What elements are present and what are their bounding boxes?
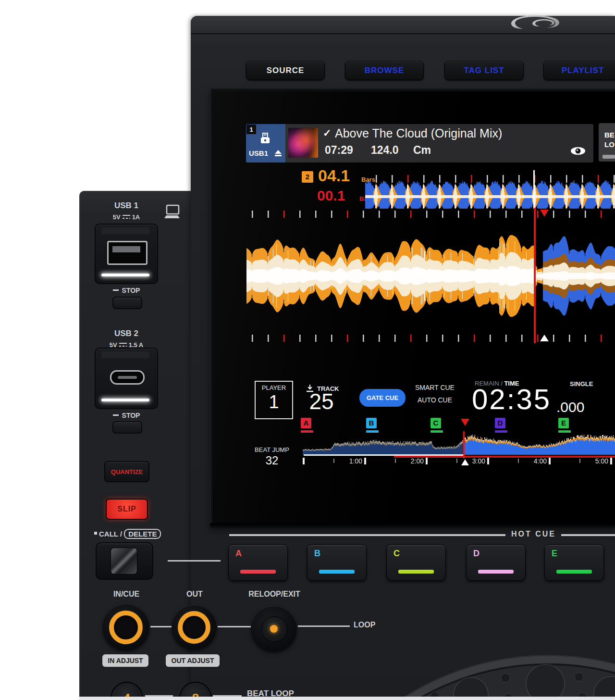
zoomed-beat-waveform — [365, 168, 615, 209]
timeline-label-5: 5:00 — [581, 457, 608, 465]
pad-a-bar — [240, 570, 276, 574]
main-playhead — [534, 208, 536, 343]
loop-out-button[interactable] — [172, 605, 217, 650]
playlist-button[interactable]: PLAYLIST — [543, 61, 615, 80]
timeline-label-4: 4:00 — [520, 457, 547, 465]
link-computer-icon — [162, 204, 182, 221]
bezel-bottom-shadow — [210, 523, 615, 529]
tag-list-button[interactable]: TAG LIST — [444, 61, 524, 80]
call-delete-button[interactable] — [96, 542, 153, 580]
track-bpm[interactable]: 124.0 — [371, 144, 399, 157]
screen-hotcue-e[interactable]: E — [558, 418, 569, 428]
pad-d-letter: D — [473, 549, 480, 559]
reloop-exit-button[interactable] — [251, 606, 297, 652]
clipped-panel-button — [603, 155, 615, 159]
hot-cue-pad-d[interactable]: D — [466, 544, 526, 581]
eye-icon[interactable] — [570, 146, 586, 156]
clipped-panel-line2: LO — [604, 140, 615, 149]
time-main-digits: 02:35 — [472, 383, 551, 416]
in-cue-label: IN/CUE — [103, 590, 149, 599]
call-knob — [111, 548, 137, 575]
pad-a-letter: A — [235, 549, 242, 559]
player-number-box: PLAYER 1 — [255, 381, 293, 419]
reloop-exit-label: RELOOP/EXIT — [243, 590, 306, 599]
usb1-volts: 5V — [113, 213, 121, 221]
overview-cue-position-icon — [461, 459, 469, 465]
cdj-player: SOURCE BROWSE TAG LIST PLAYLIST 1 USB1 ✓… — [0, 0, 615, 700]
usb2-port-label: USB 2 — [93, 329, 160, 338]
screen-hotcue-b[interactable]: B — [366, 418, 377, 428]
beat-jump-label: BEAT JUMP — [250, 446, 294, 453]
usb-a-port[interactable] — [95, 224, 158, 284]
pad-e-bar — [556, 570, 592, 574]
call-connector-line — [168, 560, 221, 562]
usb-drive-icon — [258, 132, 272, 144]
pad-b-letter: B — [314, 549, 320, 559]
overview-cue-e-dash — [558, 430, 571, 433]
overview-waveform-needle-strip[interactable] — [303, 434, 615, 455]
source-button[interactable]: SOURCE — [246, 61, 325, 80]
pad-d-bar — [478, 570, 514, 574]
gate-cue-button[interactable]: GATE CUE — [359, 389, 406, 407]
screen-hotcue-c[interactable]: C — [430, 418, 441, 428]
eject-icon[interactable] — [275, 150, 282, 156]
usb1-stop-button[interactable] — [112, 297, 142, 309]
beat-jump-value[interactable]: 32 — [250, 454, 294, 467]
out-label: OUT — [179, 590, 210, 599]
hot-cue-pad-b[interactable]: B — [307, 544, 367, 581]
out-adjust-badge: OUT ADJUST — [166, 654, 220, 667]
usb-c-port[interactable] — [95, 348, 158, 409]
reloop-led — [270, 625, 278, 633]
usb-c-receptacle — [110, 370, 145, 385]
track-title: Above The Cloud (Original Mix) — [335, 126, 502, 140]
overview-cue-a-dash — [301, 430, 313, 433]
call-delete-label: CALL / DELETE — [94, 530, 161, 538]
usb1-amps: 1A — [132, 213, 140, 221]
overview-cue-b-dash — [366, 430, 379, 433]
screen-hotcue-a[interactable]: A — [301, 418, 311, 428]
browse-button[interactable]: BROWSE — [345, 61, 424, 80]
track-duration: 07:29 — [325, 144, 353, 157]
call-label: CALL / — [99, 530, 122, 538]
pad-b-bar — [319, 570, 355, 574]
hot-cue-pad-c[interactable]: C — [386, 544, 446, 581]
usb2-stop-text: STOP — [122, 412, 140, 419]
usb2-stop-button[interactable] — [112, 421, 142, 434]
brand-swirl-logo — [505, 12, 564, 33]
pad-c-letter: C — [394, 549, 400, 559]
loop-line-2 — [218, 626, 251, 627]
hot-cue-pad-a[interactable]: A — [228, 544, 288, 581]
dc-icon — [119, 343, 127, 347]
dc-icon — [123, 215, 130, 219]
player-number: 1 — [256, 391, 292, 412]
usb1-stop-label: STOP — [93, 287, 160, 294]
player-slot-badge: 1 — [246, 125, 256, 134]
quantize-button[interactable]: QUANTIZE — [104, 461, 149, 482]
screen-hotcue-d[interactable]: D — [495, 418, 505, 428]
usb1-source-label: USB1 — [249, 149, 268, 157]
pad-e-letter: E — [552, 549, 557, 559]
usb1-port-label: USB 1 — [93, 201, 160, 211]
loop-label: LOOP — [354, 621, 375, 629]
slip-button[interactable]: SLIP — [106, 499, 148, 520]
auto-cue-label[interactable]: AUTO CUE — [408, 396, 461, 404]
time-milliseconds: .000 — [556, 399, 584, 415]
memory-cue-marker-icon — [461, 419, 469, 426]
track-loaded-check-icon: ✓ — [323, 127, 332, 139]
usb-a-receptacle — [107, 241, 148, 265]
loop-in-cue-button[interactable] — [102, 604, 149, 651]
single-mode-label[interactable]: SINGLE — [570, 380, 593, 388]
player-label: PLAYER — [256, 384, 292, 391]
bars-current: 00.1 — [317, 188, 345, 204]
cue-point-marker-icon — [540, 210, 549, 217]
usb2-led — [101, 399, 149, 401]
loop-line-3 — [298, 625, 350, 627]
hot-cue-pad-e[interactable]: E — [544, 544, 604, 581]
smart-cue-label[interactable]: SMART CUE — [408, 384, 461, 391]
hot-cue-line-right — [561, 534, 615, 536]
track-key[interactable]: Cm — [413, 144, 431, 157]
jog-wheel[interactable] — [336, 635, 615, 700]
delete-label: DELETE — [124, 529, 161, 539]
overview-playhead — [463, 431, 465, 458]
usb1-power-rating: 5V 1A — [93, 213, 160, 221]
